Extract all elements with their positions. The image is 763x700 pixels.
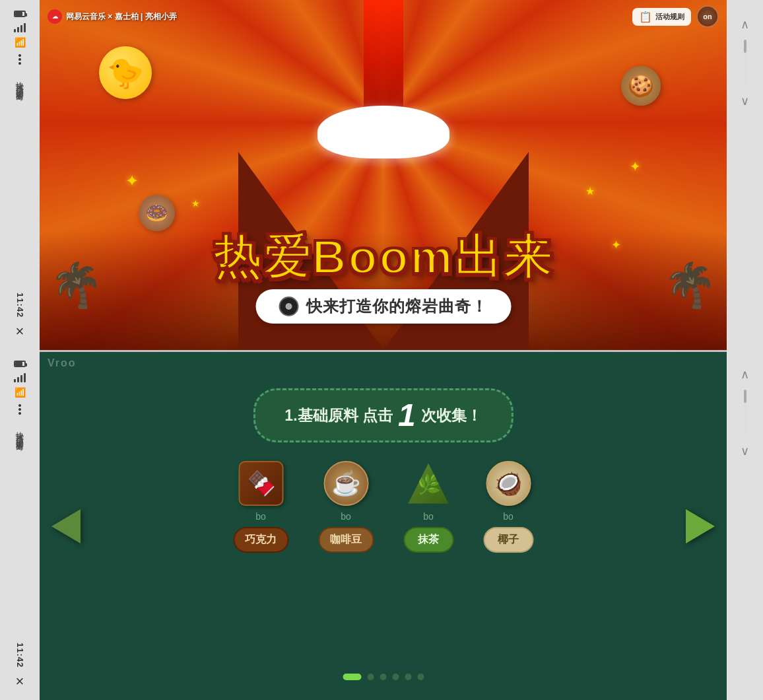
coconut-pill: 椰子 [483,527,533,553]
main-title-area: 热爱Boom出来 [74,233,692,281]
star-2: ✦ [630,158,641,174]
left-sidebar-top: 📶 快来打造你的熔岩曲奇！ 11:42 × [0,0,40,350]
dot-4[interactable] [392,674,399,680]
right-sidebar-bottom: ∧ ∨ [727,350,763,700]
instruction-prefix: 1.基础原料 点击 [284,405,393,426]
dot-6[interactable] [417,674,424,680]
scroll-bar-bottom [744,390,746,436]
right-sidebar-top: ∧ ∨ [727,0,763,350]
ingredient-chocolate[interactable]: 🍫 bo 巧克力 [233,461,288,553]
scroll-up-btn-bottom[interactable]: ∧ [737,363,753,386]
top-header-bar: ☁ 网易云音乐 × 嘉士柏 | 亮相小弄 📋 活动规则 on [40,0,727,33]
ingredient-coconut[interactable]: 🥥 bo 椰子 [483,461,533,553]
char-cookie: 🍪 [621,66,661,106]
bottom-header-text: Vroo [48,357,77,369]
star-4: ★ [191,198,200,209]
wifi-icon-2: 📶 [15,387,26,398]
wifi-icon: 📶 [15,37,26,48]
instruction-suffix: 次收集！ [421,405,482,426]
dot-2[interactable] [367,674,374,680]
main-title: 热爱Boom出来 [74,233,692,281]
document-icon: 📋 [639,11,652,23]
matcha-icon: 🌿 [406,461,451,506]
ingredients-row: 🍫 bo 巧克力 ☕ bo 咖啡豆 🌿 bo 抹茶 🥥 bo [233,461,533,553]
battery-icon [14,11,26,17]
instruction-banner: 1.基础原料 点击 1 次收集！ [253,388,513,442]
volcano-snow [317,106,449,158]
top-right-buttons: 📋 活动规则 on [632,5,719,28]
banner-bottom-card: Vroo 1.基础原料 点击 1 次收集！ 🍫 bo 巧克力 ☕ bo 咖啡豆 [40,352,727,700]
chocolate-pill: 巧克力 [233,527,288,553]
instruction-number: 1 [398,400,416,431]
vertical-text-bottom: 快来打造你的熔岩曲奇！ [15,425,24,448]
time-top: 11:42 [15,293,25,318]
scroll-up-btn-top[interactable]: ∧ [737,13,753,36]
coconut-bo-label: bo [503,511,514,522]
dot-3[interactable] [380,674,386,680]
subtitle-text: 快来打造你的熔岩曲奇！ [306,296,488,317]
matcha-bo-label: bo [423,511,434,522]
battery-icon-2 [14,361,26,367]
coffee-bo-label: bo [341,511,351,522]
ingredient-coffee[interactable]: ☕ bo 咖啡豆 [318,461,374,553]
subtitle-pill: 快来打造你的熔岩曲奇！ [255,289,511,324]
vertical-text-top: 快来打造你的熔岩曲奇！ [15,75,24,98]
on-button[interactable]: on [696,5,719,28]
nav-arrow-left[interactable] [51,509,81,543]
chocolate-bo-label: bo [255,511,266,522]
sushi-drum-icon [279,297,298,316]
matcha-pill: 抹茶 [403,527,453,553]
brand-logos: ☁ 网易云音乐 × 嘉士柏 | 亮相小弄 [48,9,177,24]
menu-dots-top[interactable] [18,54,21,65]
scroll-down-btn-bottom[interactable]: ∨ [737,440,753,462]
activity-rules-label: 活动规则 [655,12,684,22]
chocolate-icon: 🍫 [238,461,283,506]
close-button-bottom[interactable]: × [16,673,24,690]
char-chick: 🐤 [99,46,152,99]
char-bear: 🍩 [139,195,175,231]
signal-icon-2 [14,373,26,382]
card-divider [40,350,727,352]
ingredient-matcha[interactable]: 🌿 bo 抹茶 [403,461,453,553]
coconut-icon: 🥥 [486,461,531,506]
close-button-top[interactable]: × [16,323,24,340]
pagination-dots [343,674,424,680]
menu-dots-bottom[interactable] [18,404,21,415]
time-bottom: 11:42 [15,643,25,668]
coffee-icon: ☕ [323,461,368,506]
dot-5[interactable] [405,674,411,680]
nav-arrow-right[interactable] [686,509,715,543]
netease-logo: ☁ [48,9,62,24]
banner-top-card: ☁ 网易云音乐 × 嘉士柏 | 亮相小弄 📋 活动规则 on 🌴 🌴 🐤 🍪 [40,0,727,350]
scroll-bar-top [744,40,746,86]
scroll-down-btn-top[interactable]: ∨ [737,90,753,112]
star-1: ✦ [125,172,139,190]
dot-1-active[interactable] [343,674,361,680]
star-3: ★ [585,185,595,197]
brand-text: 网易云音乐 × 嘉士柏 | 亮相小弄 [66,11,177,22]
coffee-pill: 咖啡豆 [318,527,374,553]
activity-rules-btn[interactable]: 📋 活动规则 [632,8,691,26]
left-sidebar-bottom: 📶 快来打造你的熔岩曲奇！ 11:42 × [0,350,40,700]
signal-icon [14,23,26,32]
